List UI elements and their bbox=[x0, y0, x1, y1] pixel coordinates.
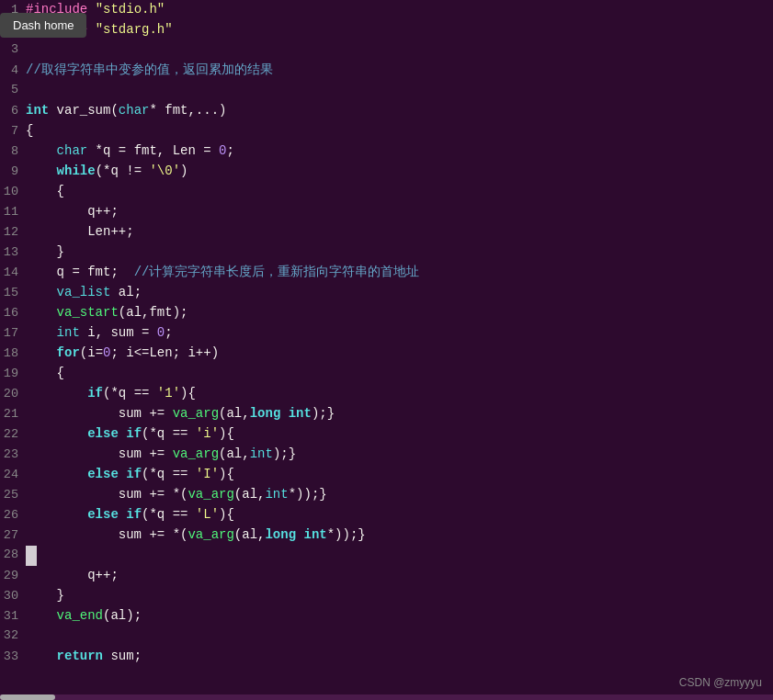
code-line-31: 31 va_end(al); bbox=[0, 606, 773, 627]
code-text: va_end(al); bbox=[26, 606, 773, 627]
code-line-30: 30 } bbox=[0, 586, 773, 606]
code-text: sum += *(va_arg(al,int*));} bbox=[26, 485, 773, 505]
code-line-6: 6int var_sum(char* fmt,...) bbox=[0, 101, 773, 121]
code-text: else if(*q == 'I'){ bbox=[26, 465, 773, 485]
code-line-14: 14 q = fmt; //计算完字符串长度后，重新指向字符串的首地址 bbox=[0, 263, 773, 283]
code-text: else if(*q == 'i'){ bbox=[26, 424, 773, 445]
code-line-16: 16 va_start(al,fmt); bbox=[0, 303, 773, 323]
code-line-15: 15 va_list al; bbox=[0, 283, 773, 303]
code-lines: 1#include "stdio.h"2#include "stdarg.h"3… bbox=[0, 0, 773, 667]
code-text: q = fmt; //计算完字符串长度后，重新指向字符串的首地址 bbox=[26, 263, 773, 283]
code-text: //取得字符串中变参的值，返回累加的结果 bbox=[26, 61, 773, 81]
code-text: Len++; bbox=[26, 222, 773, 243]
code-line-24: 24 else if(*q == 'I'){ bbox=[0, 465, 773, 485]
code-line-25: 25 sum += *(va_arg(al,int*));} bbox=[0, 485, 773, 505]
code-line-32: 32 bbox=[0, 627, 773, 647]
code-line-5: 5 bbox=[0, 81, 773, 101]
line-number: 3 bbox=[0, 40, 26, 60]
line-number: 31 bbox=[0, 607, 26, 627]
code-text: else if(*q == 'L'){ bbox=[26, 505, 773, 525]
line-number: 30 bbox=[0, 587, 26, 606]
line-number: 20 bbox=[0, 385, 26, 404]
dash-home-tooltip[interactable]: Dash home bbox=[0, 13, 86, 38]
line-number: 17 bbox=[0, 324, 26, 344]
line-number: 24 bbox=[0, 466, 26, 485]
code-text: if(*q == '1'){ bbox=[26, 384, 773, 404]
line-number: 13 bbox=[0, 243, 26, 263]
code-text: int var_sum(char* fmt,...) bbox=[26, 101, 773, 121]
code-text: return sum; bbox=[26, 647, 773, 667]
line-number: 7 bbox=[0, 122, 26, 141]
code-line-11: 11 q++; bbox=[0, 202, 773, 222]
line-number: 19 bbox=[0, 365, 26, 384]
code-line-21: 21 sum += va_arg(al,long int);} bbox=[0, 404, 773, 424]
code-line-26: 26 else if(*q == 'L'){ bbox=[0, 505, 773, 525]
code-line-33: 33 return sum; bbox=[0, 647, 773, 667]
scrollbar-thumb[interactable] bbox=[0, 694, 55, 700]
line-number: 9 bbox=[0, 163, 26, 182]
code-line-27: 27 sum += *(va_arg(al,long int*));} bbox=[0, 525, 773, 546]
code-line-17: 17 int i, sum = 0; bbox=[0, 323, 773, 344]
code-line-2: 2#include "stdarg.h" bbox=[0, 20, 773, 40]
line-number: 25 bbox=[0, 486, 26, 505]
code-line-18: 18 for(i=0; i<=Len; i++) bbox=[0, 344, 773, 364]
code-text: { bbox=[26, 182, 773, 202]
code-text: q++; bbox=[26, 202, 773, 222]
line-number: 32 bbox=[0, 627, 26, 646]
code-line-20: 20 if(*q == '1'){ bbox=[0, 384, 773, 404]
line-number: 5 bbox=[0, 81, 26, 100]
line-number: 4 bbox=[0, 62, 26, 81]
code-text: { bbox=[26, 121, 773, 141]
code-line-12: 12 Len++; bbox=[0, 222, 773, 243]
line-number: 6 bbox=[0, 102, 26, 121]
code-text: #include "stdarg.h" bbox=[26, 20, 773, 40]
line-number: 28 bbox=[0, 546, 26, 565]
code-text: va_start(al,fmt); bbox=[26, 303, 773, 323]
line-number: 21 bbox=[0, 405, 26, 424]
code-line-19: 19 { bbox=[0, 364, 773, 384]
line-number: 26 bbox=[0, 506, 26, 525]
code-text: } bbox=[26, 586, 773, 606]
line-number: 10 bbox=[0, 183, 26, 202]
line-number: 18 bbox=[0, 344, 26, 364]
code-line-9: 9 while(*q != '\0') bbox=[0, 162, 773, 182]
code-line-1: 1#include "stdio.h" bbox=[0, 0, 773, 20]
code-line-22: 22 else if(*q == 'i'){ bbox=[0, 424, 773, 445]
line-number: 12 bbox=[0, 223, 26, 243]
code-text: sum += *(va_arg(al,long int*));} bbox=[26, 525, 773, 546]
code-editor: Dash home 1#include "stdio.h"2#include "… bbox=[0, 0, 773, 700]
line-indicator bbox=[26, 546, 37, 566]
code-line-28: 28 bbox=[0, 546, 773, 566]
code-text: q++; bbox=[26, 566, 773, 586]
code-text: for(i=0; i<=Len; i++) bbox=[26, 344, 773, 364]
line-number: 22 bbox=[0, 425, 26, 445]
line-number: 14 bbox=[0, 264, 26, 283]
code-line-23: 23 sum += va_arg(al,int);} bbox=[0, 445, 773, 465]
code-text: sum += va_arg(al,long int);} bbox=[26, 404, 773, 424]
line-number: 27 bbox=[0, 526, 26, 546]
code-line-13: 13 } bbox=[0, 243, 773, 263]
code-line-4: 4//取得字符串中变参的值，返回累加的结果 bbox=[0, 61, 773, 81]
line-number: 15 bbox=[0, 284, 26, 303]
code-text: { bbox=[26, 364, 773, 384]
code-line-7: 7{ bbox=[0, 121, 773, 141]
line-number: 29 bbox=[0, 567, 26, 586]
code-line-29: 29 q++; bbox=[0, 566, 773, 586]
dash-home-label: Dash home bbox=[13, 18, 74, 32]
code-text: va_list al; bbox=[26, 283, 773, 303]
code-text: sum += va_arg(al,int);} bbox=[26, 445, 773, 465]
code-line-10: 10 { bbox=[0, 182, 773, 202]
line-number: 16 bbox=[0, 304, 26, 323]
code-text: } bbox=[26, 243, 773, 263]
code-line-8: 8 char *q = fmt, Len = 0; bbox=[0, 141, 773, 162]
line-number: 11 bbox=[0, 203, 26, 222]
line-number: 8 bbox=[0, 142, 26, 162]
horizontal-scrollbar[interactable] bbox=[0, 694, 773, 700]
code-text: #include "stdio.h" bbox=[26, 0, 773, 20]
code-line-3: 3 bbox=[0, 40, 773, 61]
line-number: 23 bbox=[0, 446, 26, 465]
csdn-watermark: CSDN @zmyyyu bbox=[679, 676, 762, 689]
code-text: int i, sum = 0; bbox=[26, 323, 773, 344]
code-text: char *q = fmt, Len = 0; bbox=[26, 141, 773, 162]
line-number: 33 bbox=[0, 648, 26, 667]
